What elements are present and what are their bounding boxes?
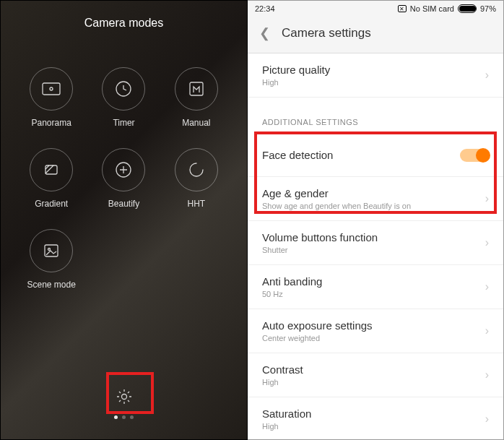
mode-label: Panorama xyxy=(31,118,71,128)
setting-title: Age & gender xyxy=(262,187,411,199)
gradient-icon xyxy=(43,162,59,178)
status-bar: 22:34 ✕ No SIM card 97% xyxy=(248,1,503,17)
row-contrast[interactable]: Contrast High › xyxy=(248,353,503,397)
setting-sub: High xyxy=(262,422,311,431)
mode-scene[interactable]: Scene mode xyxy=(15,229,87,290)
mode-panorama[interactable]: Panorama xyxy=(15,67,87,128)
mode-label: Timer xyxy=(113,118,134,128)
setting-title: Face detection xyxy=(262,149,333,161)
setting-sub: Show age and gender when Beautify is on xyxy=(262,202,411,210)
row-auto-exposure[interactable]: Auto exposure settings Center weighted › xyxy=(248,309,503,353)
highlight-gear xyxy=(106,372,154,414)
mode-manual[interactable]: Manual xyxy=(160,67,233,128)
row-saturation[interactable]: Saturation High › xyxy=(248,397,503,439)
battery-percent: 97% xyxy=(480,4,496,13)
setting-title: Auto exposure settings xyxy=(262,319,373,332)
mode-label: HHT xyxy=(187,199,205,209)
setting-sub: Center weighted xyxy=(262,334,373,342)
row-volume-buttons[interactable]: Volume buttons function Shutter › xyxy=(248,221,503,265)
sim-status: No SIM card xyxy=(410,4,454,13)
manual-icon xyxy=(188,81,204,97)
mode-label: Manual xyxy=(182,118,210,128)
chevron-right-icon: › xyxy=(485,413,489,426)
chevron-right-icon: › xyxy=(485,69,489,82)
mode-beautify[interactable]: Beautify xyxy=(87,148,160,209)
settings-list[interactable]: Picture quality High › ADDITIONAL SETTIN… xyxy=(248,53,503,439)
settings-title: Camera settings xyxy=(282,26,371,40)
svg-rect-3 xyxy=(190,82,203,95)
face-detection-toggle[interactable] xyxy=(460,149,489,162)
timer-icon xyxy=(115,80,132,98)
status-time: 22:34 xyxy=(255,4,275,13)
setting-sub: High xyxy=(262,78,330,87)
battery-icon xyxy=(458,4,477,13)
setting-sub: High xyxy=(262,378,303,387)
setting-title: Picture quality xyxy=(262,64,330,76)
row-picture-quality[interactable]: Picture quality High › xyxy=(248,53,503,98)
setting-title: Volume buttons function xyxy=(262,231,378,243)
svg-point-7 xyxy=(48,249,51,251)
scene-icon xyxy=(43,243,59,259)
chevron-right-icon: › xyxy=(485,280,489,293)
camera-settings-screen: 22:34 ✕ No SIM card 97% ❮ Camera setting… xyxy=(248,0,504,440)
chevron-right-icon: › xyxy=(485,236,489,249)
row-face-detection[interactable]: Face detection xyxy=(248,134,503,177)
camera-modes-title: Camera modes xyxy=(1,1,247,46)
svg-rect-0 xyxy=(43,83,60,95)
page-indicator xyxy=(114,415,134,419)
modes-grid: Panorama Timer Manual Gradient Beautify … xyxy=(1,46,247,290)
row-age-gender[interactable]: Age & gender Show age and gender when Be… xyxy=(248,177,503,221)
beautify-icon xyxy=(115,161,132,178)
setting-title: Contrast xyxy=(262,363,303,376)
mode-label: Scene mode xyxy=(27,280,75,290)
chevron-right-icon: › xyxy=(485,324,489,337)
mode-label: Beautify xyxy=(108,199,139,209)
setting-sub: Shutter xyxy=(262,246,378,254)
row-anti-banding[interactable]: Anti banding 50 Hz › xyxy=(248,265,503,309)
hht-icon xyxy=(188,162,204,178)
mode-hht[interactable]: HHT xyxy=(160,148,233,209)
additional-settings-label: ADDITIONAL SETTINGS xyxy=(248,98,503,134)
setting-sub: 50 Hz xyxy=(262,290,322,298)
svg-point-1 xyxy=(50,87,53,90)
mode-timer[interactable]: Timer xyxy=(87,67,160,128)
chevron-right-icon: › xyxy=(485,368,489,381)
camera-modes-screen: Camera modes Panorama Timer Manual Gradi… xyxy=(0,0,248,440)
nosim-icon: ✕ xyxy=(398,5,407,12)
mode-gradient[interactable]: Gradient xyxy=(15,148,87,209)
settings-header: ❮ Camera settings xyxy=(248,17,503,53)
setting-title: Anti banding xyxy=(262,275,322,288)
back-button[interactable]: ❮ xyxy=(259,25,270,41)
chevron-right-icon: › xyxy=(485,192,489,205)
mode-label: Gradient xyxy=(35,199,68,209)
setting-title: Saturation xyxy=(262,407,311,420)
panorama-icon xyxy=(42,82,61,95)
